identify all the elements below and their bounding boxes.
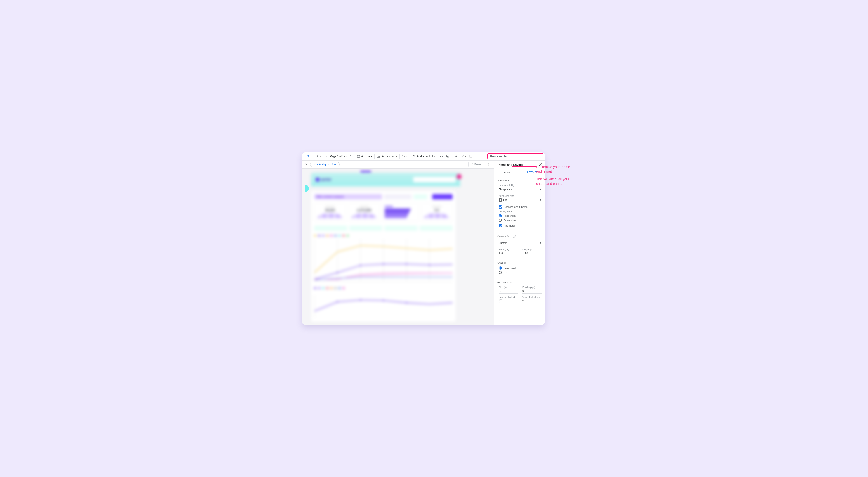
add-quick-filter-button[interactable]: + Add quick filter [310,162,340,167]
svg-point-22 [360,265,361,266]
svg-point-26 [337,301,338,302]
filter-bar: + Add quick filter Reset [302,160,494,169]
canvas-height-input[interactable]: 1800 [522,251,541,256]
header-visibility-select[interactable]: Always show ▼ [499,187,541,192]
editor-toolbar: ▾ Page 1 of 17 ▾ Add data Add a chart ▾ [302,152,545,160]
svg-point-28 [383,300,384,301]
grid-hoffset-input[interactable]: 0 [499,301,518,306]
page-nav: Page 1 of 17 ▾ [324,154,353,159]
canvas-preset-select[interactable]: Custom ▼ [497,240,541,246]
add-control-button[interactable]: Add a control ▾ [411,154,436,159]
pointer-tool[interactable] [305,154,312,159]
svg-point-13 [489,163,489,163]
display-fit-radio[interactable]: Fit to width [499,214,541,217]
svg-point-4 [404,155,405,156]
more-menu-button[interactable] [486,162,492,167]
left-nav-icon [499,198,502,202]
page-next[interactable] [348,154,353,159]
panel-title: Theme and Layout [497,163,523,167]
report-canvas: porter Web content analysis [302,169,494,325]
navigation-type-select[interactable]: Left ▼ [499,197,541,203]
svg-rect-10 [470,155,472,157]
callout-arrow [512,167,536,167]
zoom-tool[interactable]: ▾ [314,154,322,159]
page-indicator: Page 1 of 17 [330,155,345,158]
has-margin-checkbox[interactable]: Has margin [499,224,541,227]
svg-point-3 [403,155,403,156]
canvas-width-input[interactable]: 1500 [499,251,518,256]
svg-point-21 [337,272,338,273]
svg-point-7 [414,156,415,157]
annotation-callout: Customize your theme and layout This wil… [536,165,575,189]
svg-point-25 [429,264,430,266]
embed-button[interactable] [438,154,445,159]
page-prev[interactable] [324,154,329,159]
svg-rect-8 [447,155,449,157]
svg-point-5 [403,157,403,157]
grid-size-input[interactable]: 50 [499,289,518,294]
reset-button[interactable]: Reset [468,162,484,167]
respect-theme-checkbox[interactable]: Respect report theme [499,205,541,209]
help-icon[interactable]: ? [513,235,516,238]
grid-voffset-input[interactable]: 0 [522,298,541,303]
add-data-button[interactable]: Add data [355,154,373,159]
svg-rect-1 [358,155,360,157]
svg-point-23 [383,263,384,265]
grid-padding-input[interactable]: 0 [522,289,541,294]
snap-grid-radio[interactable]: Grid [499,271,541,274]
svg-point-14 [489,164,489,165]
grid-settings-title: Grid Settings [497,281,541,284]
image-button[interactable]: ▾ [445,154,453,159]
svg-point-29 [406,302,407,303]
community-viz-button[interactable]: ▾ [401,154,409,159]
snap-smart-radio[interactable]: Smart guides [499,266,541,270]
snap-title: Snap to [497,262,541,264]
line-button[interactable]: ▾ [459,154,468,159]
svg-point-11 [314,164,314,164]
shape-button[interactable]: ▾ [468,154,476,159]
text-button[interactable] [453,154,459,159]
svg-point-24 [406,263,407,265]
tab-theme[interactable]: THEME [494,169,520,176]
svg-point-12 [315,165,315,165]
canvas-size-title: Canvas Size? [497,235,541,238]
display-actual-radio[interactable]: Actual size [499,219,541,222]
add-chart-button[interactable]: Add a chart ▾ [375,154,399,159]
theme-layout-button[interactable]: Theme and layout [487,153,544,159]
filter-icon [304,162,308,167]
svg-point-6 [413,155,414,156]
view-mode-title: View Mode [497,179,541,182]
svg-point-0 [316,155,318,157]
svg-point-27 [360,299,361,301]
svg-point-15 [489,165,489,166]
